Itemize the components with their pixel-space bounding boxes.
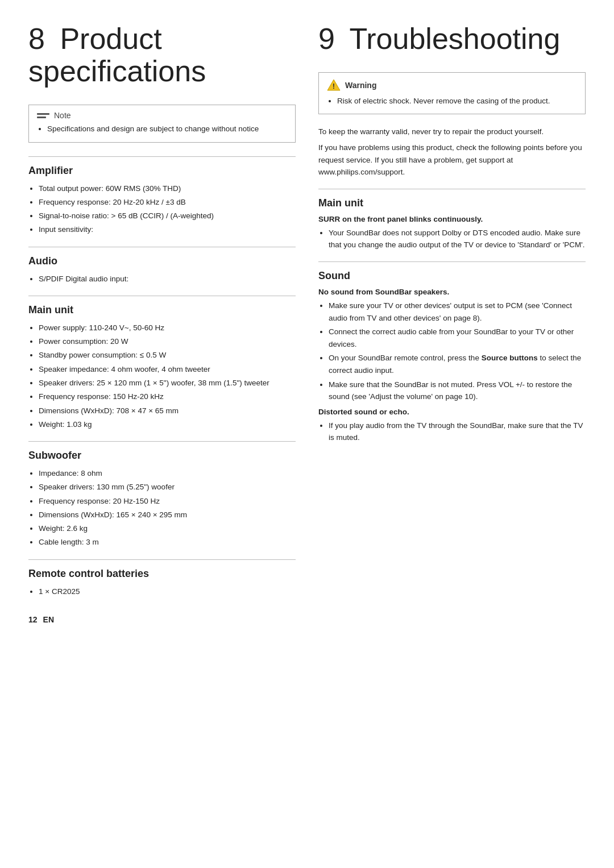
divider: [318, 189, 586, 189]
warning-list: Risk of electric shock. Never remove the…: [327, 95, 577, 107]
right-column: 9 Troubleshooting ! Warning Risk of elec…: [318, 23, 586, 624]
distorted-list: If you play audio from the TV through th…: [318, 420, 586, 444]
spec-item: Frequency response: 20 Hz-20 kHz / ±3 dB: [39, 196, 296, 209]
sound-title: Sound: [318, 270, 586, 282]
page-number: 12: [28, 615, 38, 624]
amplifier-list: Total output power: 60W RMS (30% THD) Fr…: [28, 182, 296, 236]
left-section-title: 8 Product specifications: [28, 23, 296, 88]
audio-title: Audio: [28, 255, 296, 267]
spec-item: Frequency response: 150 Hz-20 kHz: [39, 391, 296, 403]
divider: [28, 296, 296, 296]
no-sound-list: Make sure your TV or other devices' outp…: [318, 300, 586, 403]
audio-list: S/PDIF Digital audio input:: [28, 273, 296, 285]
trouble-main-unit-list: Your SoundBar does not support Dolby or …: [318, 227, 586, 251]
left-section-num: 8: [28, 22, 45, 55]
right-section-title-text: Troubleshooting: [349, 22, 560, 55]
spec-item: Cable length: 3 m: [39, 536, 296, 549]
spec-item: Total output power: 60W RMS (30% THD): [39, 182, 296, 195]
note-box: Note Specifications and design are subje…: [28, 105, 296, 142]
svg-text:!: !: [333, 82, 335, 90]
subwoofer-list: Impedance: 8 ohm Speaker drivers: 130 mm…: [28, 467, 296, 549]
spec-item: Dimensions (WxHxD): 708 × 47 × 65 mm: [39, 405, 296, 417]
divider: [318, 261, 586, 262]
note-header: Note: [37, 111, 287, 120]
source-bold: Source buttons: [482, 354, 538, 362]
divider: [28, 247, 296, 247]
spec-item: Weight: 1.03 kg: [39, 418, 296, 431]
sound-section: Sound No sound from SoundBar speakers. M…: [318, 270, 586, 444]
divider: [28, 156, 296, 157]
remote-section: Remote control batteries 1 × CR2025: [28, 568, 296, 598]
right-section-num: 9: [318, 22, 335, 55]
spec-item: S/PDIF Digital audio input:: [39, 273, 296, 285]
distorted-subhead: Distorted sound or echo.: [318, 408, 586, 416]
right-section-title: 9 Troubleshooting: [318, 23, 586, 55]
spec-item: Power supply: 110-240 V~, 50-60 Hz: [39, 322, 296, 334]
divider: [28, 441, 296, 442]
remote-list: 1 × CR2025: [28, 585, 296, 598]
amplifier-section: Amplifier Total output power: 60W RMS (3…: [28, 165, 296, 236]
main-unit-section: Main unit Power supply: 110-240 V~, 50-6…: [28, 304, 296, 431]
subwoofer-section: Subwoofer Impedance: 8 ohm Speaker drive…: [28, 450, 296, 549]
left-column: 8 Product specifications Note Specificat…: [28, 23, 296, 624]
note-label: Note: [54, 111, 71, 120]
amplifier-title: Amplifier: [28, 165, 296, 177]
warning-item: Risk of electric shock. Never remove the…: [337, 95, 577, 107]
remote-title: Remote control batteries: [28, 568, 296, 580]
trouble-main-unit: Main unit SURR on the front panel blinks…: [318, 197, 586, 251]
trouble-item: Make sure that the SoundBar is not muted…: [329, 379, 586, 403]
warning-box: ! Warning Risk of electric shock. Never …: [318, 72, 586, 114]
spec-item: Speaker drivers: 25 × 120 mm (1 × 5") wo…: [39, 377, 296, 389]
spec-item: 1 × CR2025: [39, 585, 296, 598]
language-label: EN: [43, 615, 54, 624]
warning-icon: !: [327, 78, 341, 92]
warning-label: Warning: [345, 81, 376, 90]
trouble-item: Connect the correct audio cable from you…: [329, 326, 586, 350]
note-list: Specifications and design are subject to…: [37, 123, 287, 135]
trouble-main-unit-title: Main unit: [318, 197, 586, 209]
intro-text: To keep the warranty valid, never try to…: [318, 126, 586, 178]
spec-item: Input sensitivity:: [39, 223, 296, 236]
spec-item: Power consumption: 20 W: [39, 335, 296, 348]
spec-item: Speaker drivers: 130 mm (5.25") woofer: [39, 481, 296, 493]
trouble-item: On your SoundBar remote control, press t…: [329, 352, 586, 376]
divider: [28, 559, 296, 560]
spec-item: Dimensions (WxHxD): 165 × 240 × 295 mm: [39, 509, 296, 521]
trouble-item: Your SoundBar does not support Dolby or …: [329, 227, 586, 251]
trouble-item: Make sure your TV or other devices' outp…: [329, 300, 586, 324]
spec-item: Impedance: 8 ohm: [39, 467, 296, 480]
warning-header: ! Warning: [327, 78, 577, 92]
spec-item: Signal-to-noise ratio: > 65 dB (CCIR) / …: [39, 210, 296, 222]
spec-item: Speaker impedance: 4 ohm woofer, 4 ohm t…: [39, 363, 296, 376]
page-footer: 12 EN: [28, 615, 296, 624]
main-unit-title: Main unit: [28, 304, 296, 316]
surr-subhead: SURR on the front panel blinks continuou…: [318, 215, 586, 223]
no-sound-subhead: No sound from SoundBar speakers.: [318, 288, 586, 296]
spec-item: Weight: 2.6 kg: [39, 522, 296, 535]
note-item: Specifications and design are subject to…: [47, 123, 287, 135]
spec-item: Frequency response: 20 Hz-150 Hz: [39, 495, 296, 508]
note-icon: [37, 113, 49, 118]
trouble-item: If you play audio from the TV through th…: [329, 420, 586, 444]
subwoofer-title: Subwoofer: [28, 450, 296, 462]
left-section-title-text: Product specifications: [28, 22, 206, 88]
main-unit-list: Power supply: 110-240 V~, 50-60 Hz Power…: [28, 322, 296, 431]
audio-section: Audio S/PDIF Digital audio input:: [28, 255, 296, 285]
spec-item: Standby power consumption: ≤ 0.5 W: [39, 349, 296, 362]
